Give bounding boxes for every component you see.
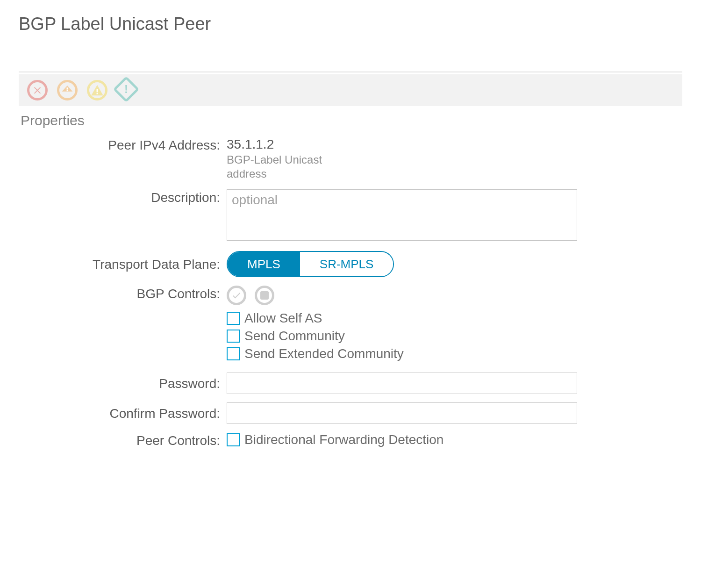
row-bgp-controls: BGP Controls: Allow Self AS Send Communi… bbox=[19, 286, 682, 364]
status-bar: ! bbox=[19, 74, 682, 106]
password-label: Password: bbox=[19, 375, 227, 391]
row-transport: Transport Data Plane: MPLS SR-MPLS bbox=[19, 251, 682, 277]
checkbox-label-send-ext-community: Send Extended Community bbox=[244, 346, 404, 361]
svg-rect-0 bbox=[67, 87, 68, 89]
row-peer-ipv4: Peer IPv4 Address: 35.1.1.2 BGP-Label Un… bbox=[19, 137, 682, 181]
checkbox-row-send-community: Send Community bbox=[227, 329, 682, 344]
checkbox-row-bfd: Bidirectional Forwarding Detection bbox=[227, 432, 682, 447]
svg-rect-2 bbox=[97, 89, 98, 92]
password-input[interactable] bbox=[227, 373, 577, 394]
transport-label: Transport Data Plane: bbox=[19, 256, 227, 272]
divider bbox=[19, 72, 682, 72]
critical-icon[interactable] bbox=[27, 80, 48, 100]
checkbox-row-allow-self-as: Allow Self AS bbox=[227, 311, 682, 326]
major-icon[interactable] bbox=[57, 80, 78, 100]
svg-rect-1 bbox=[67, 90, 68, 91]
row-password: Password: bbox=[19, 373, 682, 394]
checkbox-send-ext-community[interactable] bbox=[227, 347, 240, 360]
peer-ipv4-label: Peer IPv4 Address: bbox=[19, 137, 227, 153]
bgp-bulk-actions bbox=[227, 286, 682, 305]
checkbox-allow-self-as[interactable] bbox=[227, 312, 240, 325]
confirm-password-input[interactable] bbox=[227, 402, 577, 424]
section-title: Properties bbox=[21, 113, 682, 129]
peer-controls-label: Peer Controls: bbox=[19, 432, 227, 448]
description-label: Description: bbox=[19, 189, 227, 205]
svg-rect-3 bbox=[97, 93, 98, 94]
bgp-controls-label: BGP Controls: bbox=[19, 286, 227, 301]
check-all-icon[interactable] bbox=[227, 286, 246, 305]
row-description: Description: bbox=[19, 189, 682, 243]
peer-ipv4-value: 35.1.1.2 bbox=[227, 137, 682, 152]
description-input[interactable] bbox=[227, 189, 577, 241]
transport-option-sr-mpls[interactable]: SR-MPLS bbox=[300, 252, 393, 276]
checkbox-label-send-community: Send Community bbox=[244, 329, 345, 344]
row-confirm-password: Confirm Password: bbox=[19, 402, 682, 424]
uncheck-all-icon[interactable] bbox=[255, 286, 274, 305]
row-peer-controls: Peer Controls: Bidirectional Forwarding … bbox=[19, 432, 682, 450]
checkbox-label-bfd: Bidirectional Forwarding Detection bbox=[244, 432, 443, 447]
transport-toggle: MPLS SR-MPLS bbox=[227, 251, 394, 277]
confirm-password-label: Confirm Password: bbox=[19, 405, 227, 421]
peer-ipv4-hint: BGP-Label Unicast address bbox=[227, 153, 343, 181]
minor-icon[interactable] bbox=[87, 80, 107, 100]
checkbox-send-community[interactable] bbox=[227, 330, 240, 343]
checkbox-bfd[interactable] bbox=[227, 433, 240, 446]
page-title: BGP Label Unicast Peer bbox=[19, 14, 682, 34]
info-icon[interactable]: ! bbox=[113, 76, 140, 103]
transport-option-mpls[interactable]: MPLS bbox=[228, 252, 300, 276]
checkbox-row-send-ext-community: Send Extended Community bbox=[227, 346, 682, 361]
checkbox-label-allow-self-as: Allow Self AS bbox=[244, 311, 322, 326]
